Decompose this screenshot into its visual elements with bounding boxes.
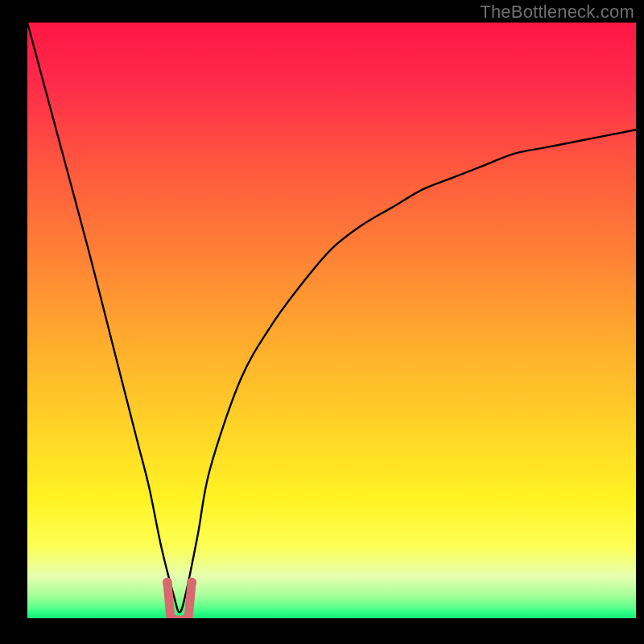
- svg-point-1: [187, 578, 196, 588]
- svg-point-0: [163, 578, 172, 588]
- bottleneck-curve: [27, 23, 636, 618]
- chart-frame: TheBottleneck.com: [0, 0, 644, 644]
- watermark-text: TheBottleneck.com: [480, 2, 634, 23]
- plot-area: [27, 23, 636, 618]
